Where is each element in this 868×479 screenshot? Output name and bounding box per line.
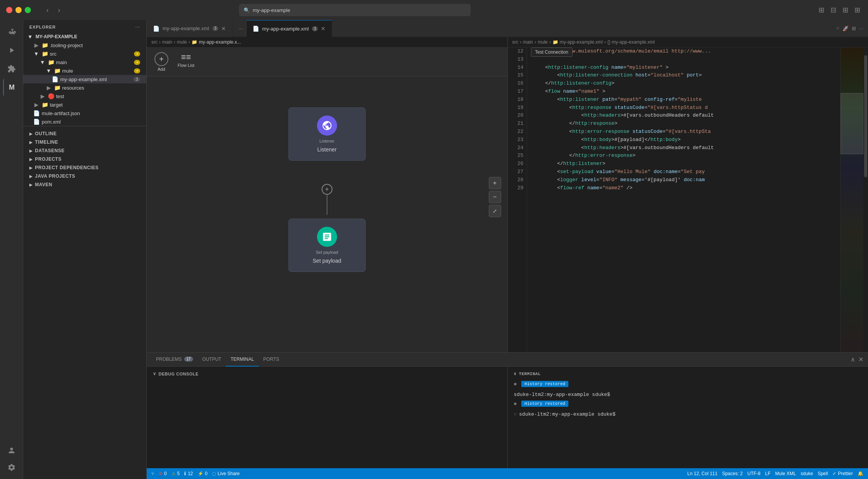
scrollbar-thumb[interactable] [864, 55, 867, 177]
sidebar-section-java[interactable]: ▶ JAVA PROJECTS [23, 172, 146, 180]
history-line-2: ✱ History restored [514, 401, 862, 407]
tab-close-button[interactable]: ✕ [221, 25, 226, 32]
ln-14: 14 [511, 64, 524, 72]
tree-item-project-root[interactable]: ▼ MY-APP-EXAMPLE [23, 32, 146, 41]
terminal-cursor-icon: ○ [514, 411, 517, 417]
tree-item-xml[interactable]: 📄 my-app-example.xml 3 [23, 75, 146, 83]
status-encoding[interactable]: UTF-8 [748, 471, 761, 476]
flow-list-button[interactable]: ≡≡ Flow List [178, 52, 194, 71]
status-prettier[interactable]: ✓ Prettier [832, 471, 853, 476]
search-input[interactable] [253, 7, 466, 13]
layout2-icon[interactable]: ⊞ [841, 4, 850, 16]
titlebar: ‹ › 🔍 ⊞ ⊟ ⊞ ⊞ [0, 0, 868, 20]
chevron-right-icon-outline: ▶ [29, 132, 33, 136]
tree-item-mule[interactable]: ▼ 📁 mule • [23, 66, 146, 75]
tab-close-active[interactable]: ✕ [321, 25, 326, 32]
status-bell[interactable]: 🔔 [858, 471, 863, 476]
tab-more-button[interactable]: ··· [236, 25, 246, 31]
folder-icon: 📁 [192, 39, 197, 45]
nav-forward-button[interactable]: › [55, 5, 63, 16]
deploy-icon[interactable]: 🚀 [843, 25, 849, 31]
activity-extensions[interactable] [3, 60, 20, 77]
tree-item-tooling[interactable]: ▶ 📁 .tooling-project [23, 41, 146, 49]
sidebar-section-timeline[interactable]: ▶ TIMELINE [23, 138, 146, 146]
search-bar[interactable]: 🔍 [239, 4, 471, 16]
status-line-col[interactable]: Ln 12, Col 111 [687, 471, 717, 476]
more-actions-icon[interactable]: ··· [859, 25, 863, 31]
status-spaces[interactable]: Spaces: 2 [722, 471, 743, 476]
code-line-13 [533, 56, 834, 64]
set-payload-node[interactable]: Set payload Set payload [288, 219, 366, 272]
tree-item-target[interactable]: ▶ 📁 target [23, 100, 146, 109]
history-badge-2: History restored [521, 401, 568, 407]
status-language[interactable]: Mule XML [775, 471, 796, 476]
tree-item-main[interactable]: ▼ 📁 main • [23, 58, 146, 66]
status-live-share[interactable]: ◌ Live Share [212, 471, 239, 476]
status-eol[interactable]: LF [765, 471, 771, 476]
split-editor-icon[interactable]: ⊟ [829, 4, 838, 16]
xml-bc-sep3: › [549, 39, 551, 45]
status-errors[interactable]: ⊗ 0 [159, 471, 167, 476]
split-view-icon[interactable]: ⊞ [852, 25, 856, 31]
activity-account[interactable] [3, 442, 20, 459]
activity-source-control[interactable] [3, 23, 20, 40]
status-warnings[interactable]: ⚠ 5 [171, 471, 180, 476]
activity-bottom [3, 442, 20, 476]
sidebar-section-datasense[interactable]: ▶ DATASENSE [23, 146, 146, 155]
code-area[interactable]: http://www.mulesoft.org/schema/mule/emai… [527, 48, 841, 352]
bottom-tab-actions: ∧ ✕ [848, 356, 863, 363]
debug-console: ∨ DEBUG CONSOLE [147, 367, 508, 468]
tree-item-pom[interactable]: 📄 pom.xml [23, 117, 146, 126]
status-user[interactable]: sduke [801, 471, 813, 476]
minimap-viewport[interactable] [841, 93, 863, 154]
canvas-editor: src › main › mule › 📁 my-app-example.x..… [147, 37, 508, 352]
tab-xml-active[interactable]: 📄 my-app-example.xml 3 ✕ [246, 20, 332, 37]
source-control-icon[interactable]: ⑂ [836, 25, 839, 31]
tree-item-artifact[interactable]: 📄 mule-artifact.json [23, 109, 146, 117]
tab-output[interactable]: OUTPUT [198, 353, 226, 367]
minimize-button[interactable] [15, 7, 22, 13]
status-spell[interactable]: Spell [818, 471, 828, 476]
activity-anypoint[interactable]: M [3, 79, 20, 96]
sidebar-section-projdeps[interactable]: ▶ PROJECT DEPENDENCIES [23, 163, 146, 172]
grid-icon[interactable]: ⊞ [853, 4, 862, 16]
chevron-right-icon-java: ▶ [29, 174, 33, 178]
line-col-label: Ln 12, Col 111 [687, 471, 717, 476]
sidebar-section-maven[interactable]: ▶ MAVEN [23, 180, 146, 189]
tree-item-src[interactable]: ▼ 📁 src • [23, 49, 146, 58]
activity-settings[interactable] [3, 459, 20, 476]
sync-count: 0 [205, 471, 208, 476]
fit-view-button[interactable]: ⤢ [489, 205, 501, 217]
tab-problems[interactable]: PROBLEMS 17 [151, 353, 198, 367]
code-line-28: <logger level="INFO" message='#[payload]… [533, 176, 834, 184]
chevron-right-icon-res: ▶ [45, 85, 53, 91]
chevron-right-icon-datasense: ▶ [29, 149, 33, 153]
zoom-in-button[interactable]: + [489, 177, 501, 189]
close-button[interactable] [6, 7, 12, 13]
tab-terminal[interactable]: TERMINAL [226, 353, 259, 367]
scrollbar-track[interactable] [863, 48, 868, 352]
listener-node[interactable]: Listener Listener [288, 107, 366, 161]
close-panel-button[interactable]: ✕ [858, 356, 863, 363]
tab-ports[interactable]: PORTS [259, 353, 284, 367]
sidebar-header-actions[interactable]: ··· [136, 25, 140, 29]
add-button-container[interactable]: + Add [154, 52, 168, 71]
status-info[interactable]: ℹ 12 [184, 471, 193, 476]
sidebar-section-projects[interactable]: ▶ PROJECTS [23, 155, 146, 163]
nav-back-button[interactable]: ‹ [43, 5, 52, 16]
status-source-control[interactable]: ⑂ [151, 471, 154, 476]
tree-item-test[interactable]: ▶ 🔴 test [23, 92, 146, 100]
sidebar-section-outline[interactable]: ▶ OUTLINE [23, 129, 146, 138]
zoom-out-button[interactable]: − [489, 191, 501, 203]
collapse-panel-button[interactable]: ∧ [851, 356, 855, 363]
add-node-button[interactable]: + [322, 184, 332, 195]
tree-badge-mule: • [134, 68, 140, 73]
activity-run-debug[interactable] [3, 42, 20, 59]
status-no-sync[interactable]: ⚡ 0 [198, 471, 208, 476]
spaces-label: Spaces: 2 [722, 471, 743, 476]
maximize-button[interactable] [25, 7, 31, 13]
tab-file-icon-active: 📄 [253, 25, 259, 32]
tree-item-resources[interactable]: ▶ 📁 resources [23, 83, 146, 92]
layout-icon[interactable]: ⊞ [817, 4, 826, 16]
tab-canvas-xml[interactable]: 📄 my-app-example.xml 3 ✕ [147, 20, 232, 37]
